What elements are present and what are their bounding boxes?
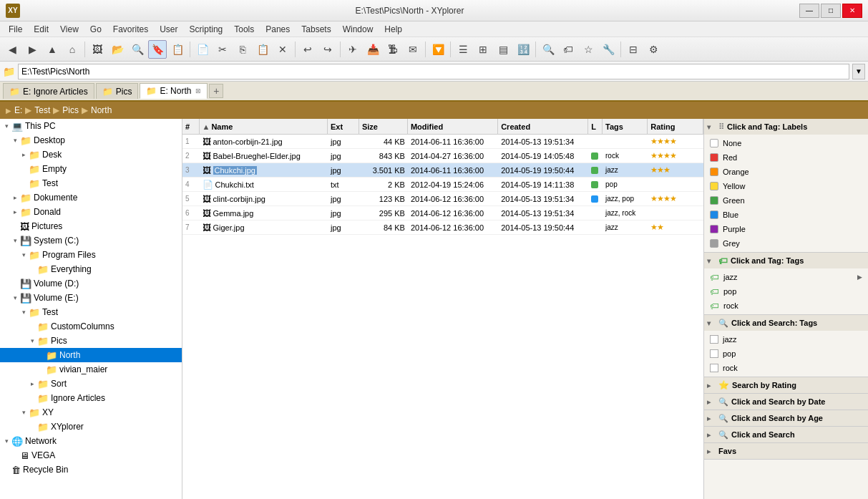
tree-item-systemc[interactable]: ▾ 💾 System (C:) [0, 233, 182, 248]
menu-help[interactable]: Help [379, 23, 408, 36]
table-row[interactable]: 1 🖼 anton-corbijn-21.jpg jpg 44 KB 2014-… [182, 135, 703, 149]
star-button[interactable]: ☆ [579, 40, 598, 59]
tree-item-network[interactable]: ▾ 🌐 Network [0, 434, 182, 448]
delete-button[interactable]: ✕ [273, 40, 292, 59]
expand-sort[interactable]: ▸ [27, 379, 37, 389]
menu-file[interactable]: File [3, 23, 28, 36]
table-row[interactable]: 5 🖼 clint-corbijn.jpg jpg 123 KB 2014-06… [182, 192, 703, 206]
home-button[interactable]: ⌂ [63, 40, 82, 59]
view1-button[interactable]: ☰ [454, 40, 472, 59]
tree-item-vivian[interactable]: ▸ 📁 vivian_maier [0, 362, 182, 377]
redo-button[interactable]: ↪ [318, 40, 337, 59]
label-red[interactable]: Red [704, 150, 868, 165]
tree-item-donald[interactable]: ▸ 📁 Donald [0, 205, 182, 219]
menu-tabsets[interactable]: Tabsets [296, 23, 336, 36]
tree-item-desk[interactable]: ▸ 📁 Desk [0, 147, 182, 162]
breadcrumb-test[interactable]: Test [34, 105, 50, 115]
tree-item-sort[interactable]: ▸ 📁 Sort [0, 377, 182, 391]
tree-item-desktop[interactable]: ▾ 📁 Desktop [0, 133, 182, 147]
undo-button[interactable]: ↩ [298, 40, 317, 59]
expand-volumee[interactable]: ▾ [10, 293, 20, 303]
tree-item-vega[interactable]: ▸ 🖥 VEGA [0, 448, 182, 462]
search-date-header[interactable]: ▸ 🔍 Click and Search by Date [704, 394, 868, 410]
tags-section-header[interactable]: ▾ 🏷 Click and Tag: Tags [704, 253, 868, 268]
cut-button[interactable]: ✂ [213, 40, 232, 59]
search-button[interactable]: 🔍 [128, 40, 147, 59]
checkbox-pop[interactable] [710, 349, 718, 358]
mail-button[interactable]: ✉ [404, 40, 422, 59]
col-header-num[interactable]: # [182, 119, 200, 135]
tree-item-test-e[interactable]: ▾ 📁 Test [0, 305, 182, 319]
labels-section-header[interactable]: ▾ ⠿ Click and Tag: Labels [704, 119, 868, 135]
menu-favorites[interactable]: Favorites [107, 23, 154, 36]
expand-test-e[interactable]: ▾ [19, 307, 29, 317]
table-row[interactable]: 7 🖼 Giger.jpg jpg 84 KB 2014-06-12 16:36… [182, 221, 703, 235]
view4-button[interactable]: 🔢 [514, 40, 532, 59]
expand-pics[interactable]: ▾ [27, 336, 37, 346]
tab-pics[interactable]: 📁 Pics [96, 83, 139, 99]
menu-edit[interactable]: Edit [28, 23, 54, 36]
menu-scripting[interactable]: Scripting [184, 23, 229, 36]
copy-path-button[interactable]: 📋 [168, 40, 187, 59]
folder-button[interactable]: 📂 [108, 40, 127, 59]
send-button[interactable]: ✈ [343, 40, 362, 59]
expand-desktop[interactable]: ▾ [10, 135, 20, 145]
new-file-button[interactable]: 📄 [193, 40, 212, 59]
label-none[interactable]: None [704, 136, 868, 150]
tree-item-xy[interactable]: ▾ 📁 XY [0, 405, 182, 420]
search-tag-pop[interactable]: pop [704, 347, 868, 361]
expand-thispc[interactable]: ▾ [1, 121, 11, 131]
search2-button[interactable]: 🔍 [539, 40, 557, 59]
col-header-ext[interactable]: Ext [328, 119, 359, 135]
zip-button[interactable]: 🗜 [384, 40, 402, 59]
search-header[interactable]: ▸ 🔍 Click and Search [704, 427, 868, 442]
tree-item-test-desktop[interactable]: ▸ 📁 Test [0, 176, 182, 190]
tools2-button[interactable]: 🔧 [599, 40, 618, 59]
label-grey[interactable]: Grey [704, 236, 868, 251]
search-tags-header[interactable]: ▾ 🔍 Click and Search: Tags [704, 315, 868, 331]
expand-dokumente[interactable]: ▸ [10, 193, 20, 203]
checkbox-jazz[interactable] [710, 335, 718, 344]
column-button[interactable]: ⊟ [624, 40, 643, 59]
menu-panes[interactable]: Panes [260, 23, 296, 36]
tree-item-thispc[interactable]: ▾ 💻 This PC [0, 119, 182, 133]
tree-item-customcolumns[interactable]: ▸ 📁 CustomColumns [0, 319, 182, 334]
tree-item-programfiles[interactable]: ▾ 📁 Program Files [0, 248, 182, 262]
to-tray-button[interactable]: 📥 [364, 40, 382, 59]
tree-item-everything[interactable]: ▸ 📁 Everything [0, 262, 182, 276]
label-yellow[interactable]: Yellow [704, 179, 868, 193]
checkbox-rock[interactable] [710, 364, 718, 372]
forward-button[interactable]: ▶ [23, 40, 42, 59]
menu-view[interactable]: View [54, 23, 84, 36]
col-header-created[interactable]: Created [498, 119, 588, 135]
table-row[interactable]: 4 📄 Chukchi.txt txt 2 KB 2012-04-19 15:2… [182, 178, 703, 192]
col-header-modified[interactable]: Modified [408, 119, 498, 135]
copy-button[interactable]: ⎘ [233, 40, 252, 59]
up-button[interactable]: ▲ [43, 40, 62, 59]
favs-header[interactable]: ▸ Favs [704, 443, 868, 459]
paste-button[interactable]: 📋 [253, 40, 272, 59]
expand-donald[interactable]: ▸ [10, 207, 20, 217]
breadcrumb-pics[interactable]: Pics [62, 105, 79, 115]
tag-button[interactable]: 🏷 [559, 40, 577, 59]
table-row[interactable]: 3 🖼 Chukchi.jpg jpg 3.501 KB 2014-06-11 … [182, 163, 703, 178]
col-header-rating[interactable]: Rating [648, 119, 703, 135]
tag-rock[interactable]: 🏷 rock [704, 299, 868, 313]
table-row[interactable]: 2 🖼 Babel-Brueghel-Elder.jpg jpg 843 KB … [182, 149, 703, 163]
addressbar-dropdown[interactable]: ▼ [852, 64, 865, 79]
menu-window[interactable]: Window [337, 23, 379, 36]
menu-go[interactable]: Go [84, 23, 107, 36]
view2-button[interactable]: ⊞ [474, 40, 492, 59]
menu-user[interactable]: User [154, 23, 183, 36]
tab-add-button[interactable]: + [209, 84, 223, 98]
col-header-l[interactable]: L [588, 119, 603, 135]
label-blue[interactable]: Blue [704, 208, 868, 222]
tag-pop[interactable]: 🏷 pop [704, 284, 868, 299]
breadcrumb-e[interactable]: E: [14, 105, 22, 115]
address-input[interactable] [18, 64, 849, 79]
filter-button[interactable]: 🔽 [429, 40, 447, 59]
tree-item-ignorearticles[interactable]: ▸ 📁 Ignore Articles [0, 391, 182, 405]
breadcrumb-north[interactable]: North [91, 105, 112, 115]
close-button[interactable]: ✕ [842, 4, 862, 18]
tab-north[interactable]: 📁 E: North ⊠ [140, 83, 208, 99]
